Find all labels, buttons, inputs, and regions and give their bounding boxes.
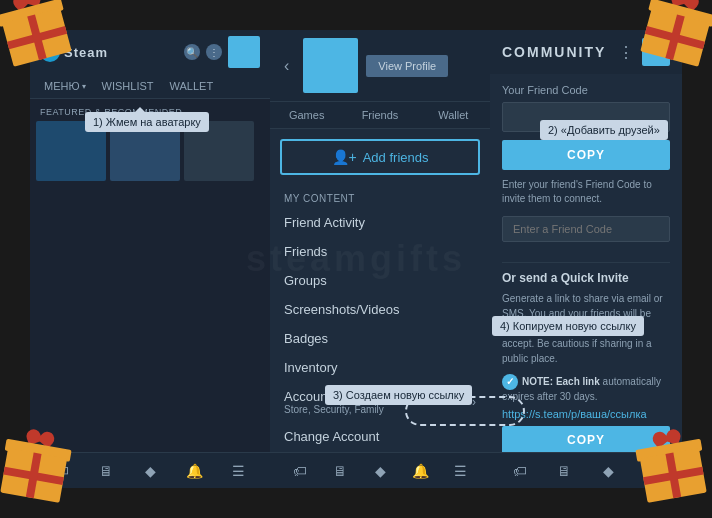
back-button[interactable]: ‹ — [278, 55, 295, 77]
nav-wallet[interactable]: WALLET — [162, 74, 222, 98]
steam-panel: Steam 🔍 ⋮ МЕНЮ ▾ WISHLIST WALL — [30, 30, 270, 488]
menu-friends[interactable]: Friends — [270, 237, 490, 266]
profile-taskbar-diamond-icon[interactable]: ◆ — [371, 462, 389, 480]
more-icon[interactable]: ⋮ — [206, 44, 222, 60]
menu-inventory[interactable]: Inventory — [270, 353, 490, 382]
profile-tabs: Games Friends Wallet — [270, 102, 490, 129]
copy-friend-code-button[interactable]: COPY — [502, 140, 670, 170]
menu-change-account[interactable]: Change Account — [270, 422, 490, 451]
menu-friend-activity[interactable]: Friend Activity — [270, 208, 490, 237]
menu-screenshots[interactable]: Screenshots/Videos — [270, 295, 490, 324]
menu-badges[interactable]: Badges — [270, 324, 490, 353]
main-container: steamgifts Steam 🔍 ⋮ МЕНЮ ▾ — [30, 30, 682, 488]
friend-code-helper-text: Enter your friend's Friend Code to invit… — [502, 178, 670, 206]
menu-account-sub: Store, Security, Family — [284, 404, 384, 415]
profile-header: ‹ View Profile — [270, 30, 490, 102]
menu-groups[interactable]: Groups — [270, 266, 490, 295]
taskbar-diamond-icon[interactable]: ◆ — [141, 462, 159, 480]
menu-account-label: Account Details — [284, 389, 384, 404]
menu-account-details[interactable]: Account Details Store, Security, Family … — [270, 382, 490, 422]
profile-taskbar-tag-icon[interactable]: 🏷 — [291, 462, 309, 480]
community-title: COMMUNITY — [502, 44, 606, 60]
add-friends-label: Add friends — [363, 150, 429, 165]
community-taskbar-monitor-icon[interactable]: 🖥 — [555, 462, 573, 480]
taskbar-menu-icon[interactable]: ☰ — [229, 462, 247, 480]
community-taskbar-diamond-icon[interactable]: ◆ — [599, 462, 617, 480]
tab-wallet[interactable]: Wallet — [417, 102, 490, 128]
section-divider — [502, 262, 670, 263]
my-content-label: MY CONTENT — [270, 185, 490, 208]
featured-cards — [30, 121, 270, 181]
add-friends-icon: 👤+ — [332, 149, 357, 165]
taskbar-bell-icon[interactable]: 🔔 — [185, 462, 203, 480]
featured-label: FEATURED & RECOMMENDED — [30, 99, 270, 121]
taskbar-monitor-icon[interactable]: 🖥 — [97, 462, 115, 480]
gift-decoration-tl — [0, 0, 80, 80]
avatar[interactable] — [228, 36, 260, 68]
friend-code-entry-input[interactable] — [502, 216, 670, 242]
community-content: Your Friend Code COPY Enter your friend'… — [490, 74, 682, 452]
profile-taskbar-menu-icon[interactable]: ☰ — [451, 462, 469, 480]
checkmark-icon: ✓ — [502, 374, 518, 390]
quick-invite-title: Or send a Quick Invite — [502, 271, 670, 285]
gift-decoration-bl — [0, 438, 80, 518]
tab-friends[interactable]: Friends — [343, 102, 416, 128]
expire-note: ✓ NOTE: Each link automatically expires … — [502, 374, 670, 404]
add-friends-button[interactable]: 👤+ Add friends — [280, 139, 480, 175]
invite-link-url: https://s.team/p/ваша/ссылка — [502, 408, 670, 420]
profile-taskbar-monitor-icon[interactable]: 🖥 — [331, 462, 349, 480]
friend-code-input[interactable] — [502, 102, 670, 132]
community-panel: COMMUNITY ⋮ Your Friend Code COPY Enter … — [490, 30, 682, 488]
search-icon[interactable]: 🔍 — [184, 44, 200, 60]
nav-wishlist[interactable]: WISHLIST — [94, 74, 162, 98]
profile-taskbar-bell-icon[interactable]: 🔔 — [411, 462, 429, 480]
view-profile-button[interactable]: View Profile — [366, 55, 448, 77]
gift-decoration-br — [632, 438, 712, 518]
tab-games[interactable]: Games — [270, 102, 343, 128]
menu-arrow-icon: › — [472, 395, 476, 409]
profile-avatar[interactable] — [303, 38, 358, 93]
profile-taskbar: 🏷 🖥 ◆ 🔔 ☰ — [270, 452, 490, 488]
featured-card-3 — [184, 121, 254, 181]
friend-code-label: Your Friend Code — [502, 84, 670, 96]
profile-panel: ‹ View Profile 2) «Добавить друзей» Game… — [270, 30, 490, 488]
steam-content: FEATURED & RECOMMENDED — [30, 99, 270, 452]
quick-invite-description: Generate a link to share via email or SM… — [502, 291, 670, 366]
featured-card-2 — [110, 121, 180, 181]
featured-card-1 — [36, 121, 106, 181]
gift-decoration-tr — [632, 0, 712, 80]
community-taskbar-tag-icon[interactable]: 🏷 — [511, 462, 529, 480]
steam-header-icons: 🔍 ⋮ — [184, 36, 260, 68]
